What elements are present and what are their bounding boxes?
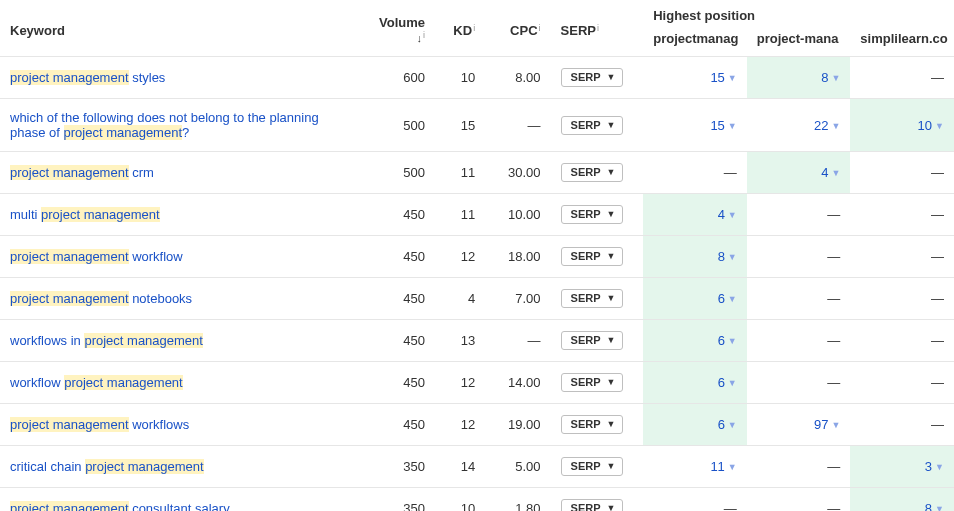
- info-icon[interactable]: i: [539, 23, 541, 33]
- chevron-down-icon: ▼: [728, 336, 737, 346]
- position-value[interactable]: 6: [718, 417, 725, 432]
- cpc-cell: 10.00: [485, 194, 550, 236]
- serp-button[interactable]: SERP▼: [561, 68, 624, 87]
- no-position-dash: —: [931, 375, 944, 390]
- position-value[interactable]: 10: [918, 118, 932, 133]
- keyword-link[interactable]: workflows in project management: [10, 333, 203, 348]
- position-value[interactable]: 22: [814, 118, 828, 133]
- position-value[interactable]: 6: [718, 291, 725, 306]
- serp-button[interactable]: SERP▼: [561, 289, 624, 308]
- col-subhead-domain-1[interactable]: project-mana: [747, 27, 851, 57]
- position-cell[interactable]: 6▼: [643, 278, 747, 320]
- position-cell[interactable]: 4▼: [643, 194, 747, 236]
- position-value[interactable]: 3: [925, 459, 932, 474]
- position-cell[interactable]: 15▼: [643, 57, 747, 99]
- info-icon[interactable]: i: [597, 23, 599, 33]
- chevron-down-icon: ▼: [607, 168, 616, 177]
- info-icon[interactable]: i: [423, 30, 425, 40]
- position-value[interactable]: 6: [718, 375, 725, 390]
- keyword-cell: workflow project management: [0, 362, 365, 404]
- position-cell[interactable]: 6▼: [643, 362, 747, 404]
- position-value[interactable]: 8: [821, 70, 828, 85]
- keyword-link[interactable]: which of the following does not belong t…: [10, 110, 319, 140]
- chevron-down-icon: ▼: [728, 378, 737, 388]
- keyword-link[interactable]: project management workflows: [10, 417, 189, 432]
- position-value[interactable]: 15: [710, 118, 724, 133]
- col-header-cpc-label: CPC: [510, 23, 537, 38]
- serp-button-label: SERP: [571, 167, 601, 178]
- position-cell[interactable]: 97▼: [747, 404, 851, 446]
- position-cell[interactable]: 8▼: [643, 236, 747, 278]
- chevron-down-icon: ▼: [935, 504, 944, 511]
- position-value[interactable]: 8: [718, 249, 725, 264]
- keyword-link[interactable]: project management workflow: [10, 249, 183, 264]
- volume-cell: 450: [365, 236, 435, 278]
- position-value[interactable]: 97: [814, 417, 828, 432]
- position-value[interactable]: 6: [718, 333, 725, 348]
- position-cell[interactable]: 6▼: [643, 320, 747, 362]
- table-row: project management notebooks45047.00SERP…: [0, 278, 954, 320]
- keyword-link[interactable]: workflow project management: [10, 375, 183, 390]
- table-row: project management styles600108.00SERP▼1…: [0, 57, 954, 99]
- keyword-link[interactable]: project management consultant salary: [10, 501, 230, 511]
- chevron-down-icon: ▼: [831, 420, 840, 430]
- position-cell[interactable]: 22▼: [747, 99, 851, 152]
- col-header-serp[interactable]: SERPi: [551, 0, 644, 57]
- serp-button[interactable]: SERP▼: [561, 457, 624, 476]
- keyword-link[interactable]: project management styles: [10, 70, 165, 85]
- position-value[interactable]: 15: [710, 70, 724, 85]
- kd-cell: 11: [435, 152, 485, 194]
- position-value[interactable]: 11: [710, 459, 724, 474]
- serp-button[interactable]: SERP▼: [561, 247, 624, 266]
- serp-button[interactable]: SERP▼: [561, 415, 624, 434]
- position-cell[interactable]: 6▼: [643, 404, 747, 446]
- position-value[interactable]: 4: [718, 207, 725, 222]
- col-header-kd[interactable]: KDi: [435, 0, 485, 57]
- col-header-volume[interactable]: Volume↓i: [365, 0, 435, 57]
- no-position-dash: —: [827, 501, 840, 511]
- kd-cell: 14: [435, 446, 485, 488]
- keyword-link[interactable]: project management crm: [10, 165, 154, 180]
- table-row: multi project management4501110.00SERP▼4…: [0, 194, 954, 236]
- serp-cell: SERP▼: [551, 404, 644, 446]
- volume-cell: 450: [365, 194, 435, 236]
- volume-cell: 450: [365, 362, 435, 404]
- keyword-link[interactable]: critical chain project management: [10, 459, 204, 474]
- keyword-link[interactable]: multi project management: [10, 207, 160, 222]
- position-value[interactable]: 8: [925, 501, 932, 511]
- position-cell[interactable]: 11▼: [643, 446, 747, 488]
- info-icon[interactable]: i: [473, 23, 475, 33]
- position-cell[interactable]: 8▼: [747, 57, 851, 99]
- position-cell: —: [850, 320, 954, 362]
- serp-button[interactable]: SERP▼: [561, 499, 624, 511]
- serp-button[interactable]: SERP▼: [561, 163, 624, 182]
- keyword-cell: project management notebooks: [0, 278, 365, 320]
- col-header-cpc[interactable]: CPCi: [485, 0, 550, 57]
- serp-button[interactable]: SERP▼: [561, 373, 624, 392]
- position-cell[interactable]: 15▼: [643, 99, 747, 152]
- position-cell: —: [643, 488, 747, 512]
- no-position-dash: —: [827, 249, 840, 264]
- keyword-link[interactable]: project management notebooks: [10, 291, 192, 306]
- position-cell[interactable]: 8▼: [850, 488, 954, 512]
- col-header-keyword[interactable]: Keyword: [0, 0, 365, 57]
- position-cell[interactable]: 10▼: [850, 99, 954, 152]
- position-value[interactable]: 4: [821, 165, 828, 180]
- position-cell[interactable]: 3▼: [850, 446, 954, 488]
- chevron-down-icon: ▼: [607, 336, 616, 345]
- no-position-dash: —: [931, 165, 944, 180]
- position-cell: —: [850, 362, 954, 404]
- position-cell: —: [747, 236, 851, 278]
- volume-cell: 500: [365, 99, 435, 152]
- chevron-down-icon: ▼: [935, 462, 944, 472]
- cpc-cell: 19.00: [485, 404, 550, 446]
- position-cell[interactable]: 4▼: [747, 152, 851, 194]
- serp-button[interactable]: SERP▼: [561, 205, 624, 224]
- col-subhead-domain-0[interactable]: projectmanag: [643, 27, 747, 57]
- no-position-dash: —: [827, 291, 840, 306]
- serp-button-label: SERP: [571, 293, 601, 304]
- kd-cell: 4: [435, 278, 485, 320]
- serp-button[interactable]: SERP▼: [561, 116, 624, 135]
- serp-button[interactable]: SERP▼: [561, 331, 624, 350]
- col-subhead-domain-2[interactable]: simplilearn.co: [850, 27, 954, 57]
